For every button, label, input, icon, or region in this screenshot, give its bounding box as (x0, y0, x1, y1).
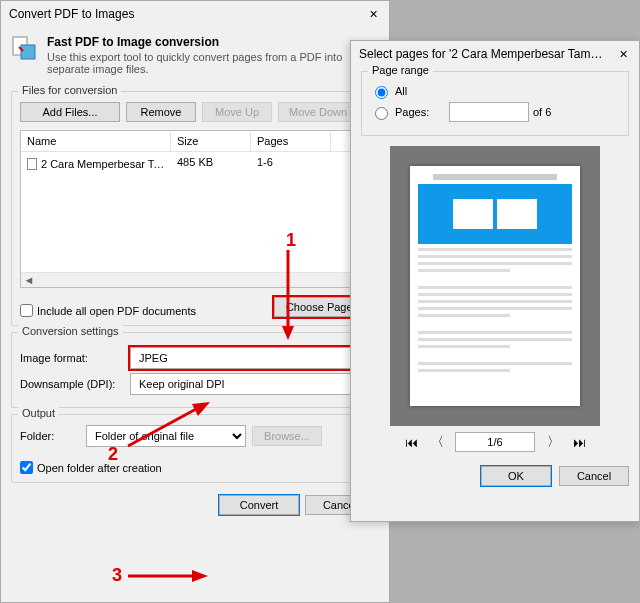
convert-pdf-window: Convert PDF to Images ✕ Fast PDF to Imag… (0, 0, 390, 603)
cell-name: 2 Cara Memperbesar Tampila... (41, 158, 171, 170)
pages-radio-label: Pages: (395, 106, 445, 118)
select-pages-window: Select pages for '2 Cara Memperbesar Tam… (350, 40, 640, 522)
col-size[interactable]: Size (171, 131, 251, 151)
conversion-settings-group: Conversion settings Image format: JPEG D… (11, 332, 379, 408)
pdf-to-image-icon (11, 35, 39, 63)
files-group: Files for conversion Add Files... Remove… (11, 91, 379, 326)
page-range-legend: Page range (368, 64, 433, 76)
col-name[interactable]: Name (21, 131, 171, 151)
move-up-button[interactable]: Move Up (202, 102, 272, 122)
open-after-checkbox[interactable]: Open folder after creation (20, 461, 370, 474)
page-preview (390, 146, 600, 426)
table-row[interactable]: 2 Cara Memperbesar Tampila... 485 KB 1-6 (21, 152, 369, 174)
pages-input[interactable] (449, 102, 529, 122)
settings-legend: Conversion settings (18, 325, 123, 337)
convert-button[interactable]: Convert (219, 495, 299, 515)
dpi-select[interactable]: Keep original DPI (130, 373, 370, 395)
open-after-label: Open folder after creation (37, 462, 162, 474)
all-radio-label: All (395, 85, 407, 97)
titlebar: Convert PDF to Images ✕ (1, 1, 389, 27)
first-page-icon[interactable]: ⏮ (403, 435, 419, 450)
output-legend: Output (18, 407, 59, 419)
last-page-icon[interactable]: ⏭ (571, 435, 587, 450)
page-indicator-input[interactable] (455, 432, 535, 452)
pages-of-label: of 6 (533, 106, 551, 118)
table-header: Name Size Pages (21, 131, 369, 152)
all-radio-input[interactable] (375, 86, 388, 99)
all-radio[interactable]: All (370, 83, 620, 99)
next-page-icon[interactable]: 〉 (545, 433, 561, 451)
image-format-select[interactable]: JPEG (130, 347, 370, 369)
sub-cancel-button[interactable]: Cancel (559, 466, 629, 486)
remove-button[interactable]: Remove (126, 102, 196, 122)
sub-close-icon[interactable]: ✕ (615, 48, 631, 61)
include-all-input[interactable] (20, 304, 33, 317)
header-heading: Fast PDF to Image conversion (47, 35, 379, 49)
window-title: Convert PDF to Images (9, 7, 134, 21)
page-nav: ⏮ 〈 〉 ⏭ (361, 432, 629, 452)
pages-radio[interactable]: Pages: of 6 (370, 102, 620, 122)
close-icon[interactable]: ✕ (365, 8, 381, 21)
page-range-group: Page range All Pages: of 6 (361, 71, 629, 136)
include-all-label: Include all open PDF documents (37, 305, 196, 317)
col-pages[interactable]: Pages (251, 131, 331, 151)
prev-page-icon[interactable]: 〈 (429, 433, 445, 451)
image-format-label: Image format: (20, 352, 130, 364)
sub-window-title: Select pages for '2 Cara Memperbesar Tam… (359, 47, 609, 61)
include-all-checkbox[interactable]: Include all open PDF documents (20, 304, 196, 317)
open-after-input[interactable] (20, 461, 33, 474)
dpi-label: Downsample (DPI): (20, 378, 130, 390)
document-icon (27, 158, 37, 170)
header-desc: Use this export tool to quickly convert … (47, 51, 379, 75)
files-table: Name Size Pages 2 Cara Memperbesar Tampi… (20, 130, 370, 288)
move-down-button[interactable]: Move Down (278, 102, 358, 122)
folder-label: Folder: (20, 430, 80, 442)
pages-radio-input[interactable] (375, 107, 388, 120)
svg-rect-1 (21, 45, 35, 59)
cell-pages: 1-6 (251, 152, 331, 174)
output-group: Output Folder: Folder of original file B… (11, 414, 379, 483)
horizontal-scrollbar[interactable]: ◄ ► (21, 272, 369, 287)
page-thumbnail (410, 166, 580, 406)
add-files-button[interactable]: Add Files... (20, 102, 120, 122)
folder-select[interactable]: Folder of original file (86, 425, 246, 447)
ok-button[interactable]: OK (481, 466, 551, 486)
cell-size: 485 KB (171, 152, 251, 174)
browse-button[interactable]: Browse... (252, 426, 322, 446)
files-legend: Files for conversion (18, 84, 121, 96)
scroll-left-icon[interactable]: ◄ (21, 274, 37, 286)
header: Fast PDF to Image conversion Use this ex… (1, 27, 389, 85)
